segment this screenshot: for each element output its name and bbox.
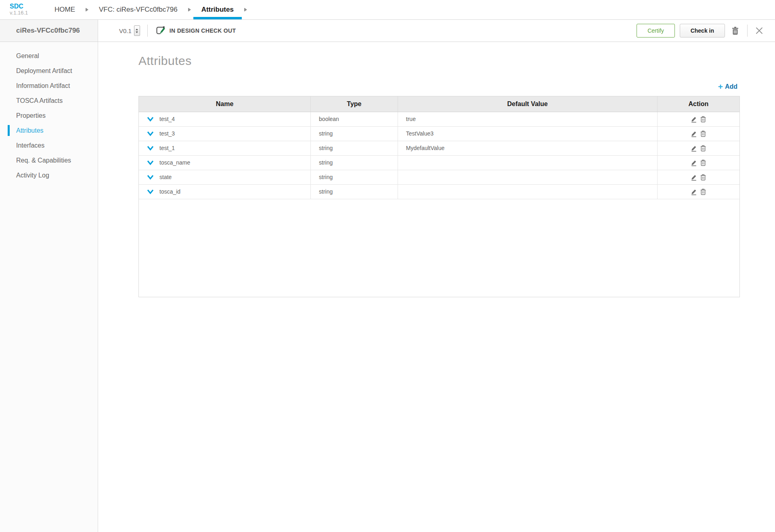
attribute-name: test_4 [159, 116, 175, 122]
plus-icon: + [718, 83, 723, 90]
table-row: state string [139, 170, 739, 184]
cell-default-value [398, 170, 657, 184]
column-header: Default Value [398, 96, 657, 112]
version-label: V0.1 [119, 27, 132, 34]
page-title: Attributes [138, 54, 192, 68]
trash-icon [700, 116, 706, 123]
sidebar-item[interactable]: Information Artifact [0, 78, 98, 93]
pencil-icon [691, 130, 697, 137]
pencil-icon [691, 188, 697, 195]
attribute-name: tosca_id [159, 188, 180, 195]
toolbar: ciRes-VFCc0fbc796 V0.1 IN DESIGN CHECK O… [0, 19, 775, 42]
trash-icon [700, 145, 706, 152]
cell-action [657, 141, 739, 155]
sidebar: GeneralDeployment ArtifactInformation Ar… [0, 42, 98, 532]
delete-attribute-button[interactable] [700, 145, 706, 152]
cell-action [657, 126, 739, 141]
sidebar-menu: GeneralDeployment ArtifactInformation Ar… [0, 48, 98, 183]
expand-row-button[interactable] [147, 175, 154, 180]
expand-row-button[interactable] [147, 160, 154, 165]
app-logo-text: SDC [10, 3, 28, 10]
resource-name-header: ciRes-VFCc0fbc796 [0, 20, 98, 42]
breadcrumb-item: HOME [46, 0, 91, 19]
trash-icon [700, 130, 706, 137]
breadcrumb-item: Attributes [193, 0, 249, 19]
attributes-panel: + Add NameTypeDefault ValueAction [138, 83, 740, 297]
toolbar-body: V0.1 IN DESIGN CHECK OUT Certify Check i… [98, 20, 775, 42]
edit-attribute-button[interactable] [691, 188, 697, 195]
delete-attribute-button[interactable] [700, 174, 706, 181]
cell-name: tosca_id [139, 184, 311, 199]
sidebar-item[interactable]: Attributes [0, 123, 98, 138]
breadcrumb: HOME VFC: ciRes-VFCc0fbc796 Attributes [46, 0, 249, 19]
sidebar-item[interactable]: Activity Log [0, 168, 98, 183]
sidebar-item[interactable]: TOSCA Artifacts [0, 93, 98, 108]
cell-action [657, 170, 739, 184]
expand-row-button[interactable] [147, 131, 154, 136]
delete-attribute-button[interactable] [700, 159, 706, 166]
delete-resource-button[interactable] [730, 25, 741, 37]
delete-attribute-button[interactable] [700, 116, 706, 123]
app-logo[interactable]: SDC v.1.16.1 [10, 3, 28, 16]
spinner-up-icon[interactable] [136, 29, 138, 30]
top-nav-bar: SDC v.1.16.1 HOME VFC: ciRes-VFCc0fbc796… [0, 0, 775, 19]
sidebar-item[interactable]: Interfaces [0, 138, 98, 153]
expand-row-button[interactable] [147, 117, 154, 122]
cell-default-value [398, 184, 657, 199]
version-spinner[interactable] [134, 25, 140, 36]
chevron-down-icon [147, 146, 154, 151]
cell-name: state [139, 170, 311, 184]
breadcrumb-link[interactable]: Attributes [193, 0, 242, 19]
attribute-name: test_3 [159, 130, 175, 137]
sidebar-item[interactable]: Deployment Artifact [0, 63, 98, 78]
sidebar-item[interactable]: Properties [0, 108, 98, 123]
edit-attribute-button[interactable] [691, 145, 697, 152]
breadcrumb-link[interactable]: VFC: ciRes-VFCc0fbc796 [91, 0, 186, 19]
cell-name: test_1 [139, 141, 311, 155]
chevron-down-icon [147, 117, 154, 122]
cell-type: string [311, 126, 398, 141]
cell-action [657, 184, 739, 199]
attribute-name: test_1 [159, 145, 175, 151]
delete-attribute-button[interactable] [700, 130, 706, 137]
spinner-down-icon[interactable] [136, 31, 138, 33]
close-button[interactable] [754, 25, 765, 36]
edit-attribute-button[interactable] [691, 130, 697, 137]
cell-name: test_4 [139, 112, 311, 126]
cell-type: string [311, 170, 398, 184]
cell-default-value: MydefaultValue [398, 141, 657, 155]
trash-icon [700, 188, 706, 195]
cell-action [657, 112, 739, 126]
chevron-down-icon [147, 189, 154, 194]
close-icon [756, 27, 763, 34]
pencil-icon [691, 174, 697, 181]
column-header: Action [657, 96, 739, 112]
add-attribute-button[interactable]: + Add [718, 83, 737, 90]
check-in-button[interactable]: Check in [680, 24, 725, 38]
column-header: Type [311, 96, 398, 112]
edit-attribute-button[interactable] [691, 159, 697, 166]
table-row: test_3 string TestValue3 [139, 126, 739, 141]
cell-type: boolean [311, 112, 398, 126]
add-row: + Add [138, 83, 740, 91]
breadcrumb-arrow-icon [244, 8, 247, 12]
pencil-icon [691, 159, 697, 166]
pencil-icon [691, 145, 697, 152]
edit-attribute-button[interactable] [691, 116, 697, 123]
chevron-down-icon [147, 175, 154, 180]
breadcrumb-link[interactable]: HOME [46, 0, 83, 19]
sidebar-item[interactable]: Req. & Capabilities [0, 153, 98, 168]
toolbar-divider [147, 25, 148, 37]
attribute-name: tosca_name [159, 159, 190, 166]
table-row: tosca_name string [139, 155, 739, 170]
expand-row-button[interactable] [147, 146, 154, 151]
certify-button[interactable]: Certify [637, 24, 674, 38]
edit-attribute-button[interactable] [691, 174, 697, 181]
breadcrumb-item: VFC: ciRes-VFCc0fbc796 [91, 0, 193, 19]
sidebar-item[interactable]: General [0, 48, 98, 63]
chevron-down-icon [147, 131, 154, 136]
expand-row-button[interactable] [147, 189, 154, 194]
delete-attribute-button[interactable] [700, 188, 706, 195]
table-row: test_4 boolean true [139, 112, 739, 126]
cell-default-value [398, 155, 657, 170]
